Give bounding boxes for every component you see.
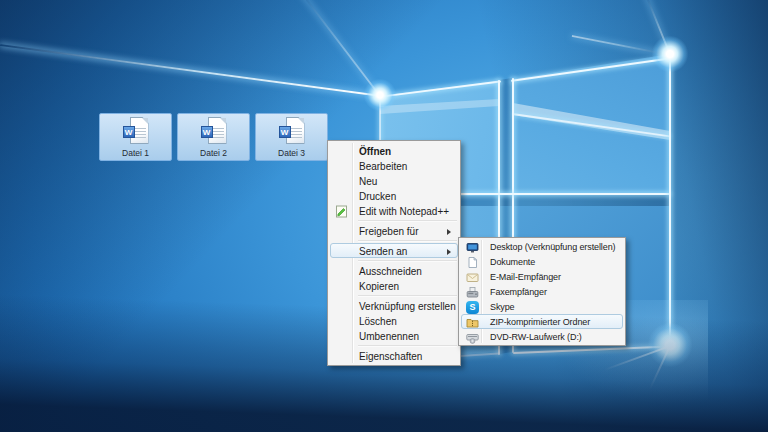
menu-item-label: Öffnen <box>359 146 391 157</box>
menu-item-label: Skype <box>490 302 515 312</box>
submenu-item-skype[interactable]: S Skype <box>461 299 623 314</box>
zip-folder-icon <box>466 316 479 329</box>
desktop-icon-label: Datei 2 <box>200 149 227 158</box>
context-menu: Öffnen Bearbeiten Neu Drucken Edit with … <box>327 140 461 366</box>
submenu-item-zip-komprimierter-ordner[interactable]: ZIP-komprimierter Ordner <box>461 314 623 329</box>
menu-item-label: Freigeben für <box>359 226 418 237</box>
desktop-icon <box>466 241 479 254</box>
document-icon <box>466 256 479 269</box>
menu-item-bearbeiten[interactable]: Bearbeiten <box>330 158 458 173</box>
submenu-arrow-icon <box>447 229 451 235</box>
menu-item-oeffnen[interactable]: Öffnen <box>330 143 458 158</box>
desktop-icon-label: Datei 3 <box>278 149 305 158</box>
menu-item-label: Umbenennen <box>359 331 419 342</box>
desktop-icon-datei-2[interactable]: W Datei 2 <box>177 113 250 161</box>
word-document-icon: W <box>201 117 227 147</box>
notepad-plus-plus-icon <box>335 205 348 218</box>
menu-item-label: Neu <box>359 176 377 187</box>
dvd-drive-icon <box>466 331 479 344</box>
menu-item-label: Desktop (Verknüpfung erstellen) <box>490 242 615 252</box>
menu-item-label: Bearbeiten <box>359 161 407 172</box>
menu-item-label: Senden an <box>359 246 407 257</box>
menu-item-kopieren[interactable]: Kopieren <box>330 278 458 293</box>
menu-item-label: Eigenschaften <box>359 351 422 362</box>
menu-item-label: DVD-RW-Laufwerk (D:) <box>490 332 582 342</box>
menu-separator <box>358 260 457 262</box>
menu-item-label: Verknüpfung erstellen <box>359 301 456 312</box>
menu-item-ausschneiden[interactable]: Ausschneiden <box>330 263 458 278</box>
submenu-item-desktop-verknuepfung[interactable]: Desktop (Verknüpfung erstellen) <box>461 239 623 254</box>
menu-item-senden-an[interactable]: Senden an <box>330 243 458 258</box>
menu-item-label: Dokumente <box>490 257 535 267</box>
menu-item-verknuepfung-erstellen[interactable]: Verknüpfung erstellen <box>330 298 458 313</box>
menu-item-label: Löschen <box>359 316 397 327</box>
menu-item-label: Drucken <box>359 191 396 202</box>
menu-separator <box>358 345 457 347</box>
menu-item-neu[interactable]: Neu <box>330 173 458 188</box>
submenu-item-dokumente[interactable]: Dokumente <box>461 254 623 269</box>
menu-separator <box>358 240 457 242</box>
word-w-badge: W <box>279 126 291 138</box>
menu-item-loeschen[interactable]: Löschen <box>330 313 458 328</box>
menu-separator <box>358 295 457 297</box>
send-to-submenu: Desktop (Verknüpfung erstellen) Dokument… <box>458 237 626 346</box>
desktop-icon-datei-3[interactable]: W Datei 3 <box>255 113 328 161</box>
skype-icon: S <box>466 301 479 314</box>
desktop-icon-label: Datei 1 <box>122 149 149 158</box>
menu-item-edit-with-notepad[interactable]: Edit with Notepad++ <box>330 203 458 218</box>
submenu-item-dvd-rw-laufwerk[interactable]: DVD-RW-Laufwerk (D:) <box>461 329 623 344</box>
menu-separator <box>358 220 457 222</box>
word-w-badge: W <box>201 126 213 138</box>
menu-item-drucken[interactable]: Drucken <box>330 188 458 203</box>
menu-item-label: Ausschneiden <box>359 266 422 277</box>
windows-desktop: W Datei 1 W Datei 2 W Datei 3 Öffnen Bea… <box>0 0 768 432</box>
fax-icon <box>466 286 479 299</box>
word-w-badge: W <box>123 126 135 138</box>
submenu-arrow-icon <box>447 249 451 255</box>
menu-item-umbenennen[interactable]: Umbenennen <box>330 328 458 343</box>
word-document-icon: W <box>279 117 305 147</box>
submenu-item-email-empfaenger[interactable]: E-Mail-Empfänger <box>461 269 623 284</box>
menu-item-eigenschaften[interactable]: Eigenschaften <box>330 348 458 363</box>
menu-item-label: Faxempfänger <box>490 287 547 297</box>
submenu-item-faxempfaenger[interactable]: Faxempfänger <box>461 284 623 299</box>
word-document-icon: W <box>123 117 149 147</box>
menu-item-label: E-Mail-Empfänger <box>490 272 561 282</box>
email-icon <box>466 271 479 284</box>
menu-item-label: ZIP-komprimierter Ordner <box>490 317 590 327</box>
menu-item-freigeben-fuer[interactable]: Freigeben für <box>330 223 458 238</box>
menu-item-label: Kopieren <box>359 281 399 292</box>
menu-item-label: Edit with Notepad++ <box>359 206 449 217</box>
desktop-icon-datei-1[interactable]: W Datei 1 <box>99 113 172 161</box>
